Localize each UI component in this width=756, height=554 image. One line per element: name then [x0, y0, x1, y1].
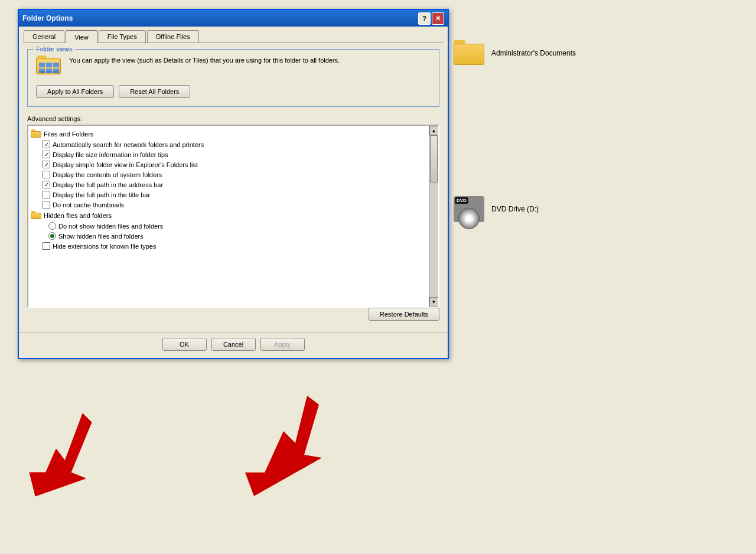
checkbox-simple-folder[interactable]: [43, 161, 50, 168]
list-category-files-folders: Files and Folders: [28, 128, 429, 139]
checkbox-title-bar-path[interactable]: [43, 191, 50, 198]
folder-views-section: Folder views You c: [27, 49, 439, 107]
checkbox-hide-extensions[interactable]: [43, 242, 50, 250]
checkbox-no-cache-thumbnails[interactable]: [43, 201, 50, 208]
reset-all-folders-button[interactable]: Reset All Folders: [119, 85, 190, 98]
folder-view-buttons: Apply to All Folders Reset All Folders: [36, 85, 431, 98]
restore-row: Restore Defaults: [27, 308, 439, 321]
dialog-title: Folder Options: [22, 14, 73, 22]
tab-general[interactable]: General: [24, 30, 64, 43]
checkbox-system-folders[interactable]: [43, 171, 50, 178]
icon-label: DVD Drive (D:): [491, 205, 539, 213]
list-item[interactable]: Hide extensions for known file types: [28, 241, 429, 251]
list-item[interactable]: Do not show hidden files and folders: [28, 221, 429, 231]
tab-view[interactable]: View: [66, 30, 97, 43]
list-item[interactable]: Do not cache thumbnails: [28, 200, 429, 210]
dialog-content: Folder views You c: [19, 43, 448, 333]
folder-icon-small: [36, 56, 61, 78]
list-item[interactable]: Display the full path in the title bar: [28, 190, 429, 200]
list-category-hidden-files: Hidden files and folders: [28, 210, 429, 221]
category-folder-icon: [31, 129, 41, 138]
title-bar-buttons: ? ✕: [418, 12, 444, 25]
advanced-settings-label: Advanced settings:: [27, 115, 439, 122]
settings-list-container: Files and Folders Automatically search f…: [27, 125, 439, 308]
icon-label: Administrator's Documents: [491, 49, 576, 57]
folder-options-dialog: Folder Options ? ✕ General View File Typ…: [18, 9, 449, 359]
tab-file-types[interactable]: File Types: [99, 30, 146, 43]
scroll-up-button[interactable]: ▲: [429, 126, 439, 135]
checkbox-network-search[interactable]: [43, 141, 50, 148]
title-bar: Folder Options ? ✕: [19, 10, 448, 27]
restore-defaults-button[interactable]: Restore Defaults: [369, 308, 439, 321]
checkbox-address-bar-path[interactable]: [43, 181, 50, 188]
folder-icon: [454, 40, 484, 66]
tab-offline-files[interactable]: Offline Files: [147, 30, 199, 43]
ok-button[interactable]: OK: [162, 338, 207, 351]
help-button[interactable]: ?: [418, 12, 431, 25]
cancel-button[interactable]: Cancel: [211, 338, 256, 351]
list-item[interactable]: DVD DVD Drive (D:): [449, 189, 756, 229]
list-item[interactable]: Administrator's Documents: [449, 35, 756, 71]
folder-views-description: You can apply the view (such as Details …: [69, 56, 340, 66]
scrollbar[interactable]: ▲ ▼: [429, 126, 438, 307]
section-label: Folder views: [34, 45, 75, 53]
desktop-icons: Administrator's Documents DVD DVD Drive …: [449, 35, 756, 554]
scroll-track[interactable]: [429, 135, 438, 297]
radio-show-hidden[interactable]: [48, 232, 56, 240]
apply-to-all-folders-button[interactable]: Apply to All Folders: [36, 85, 114, 98]
checkbox-file-size[interactable]: [43, 151, 50, 158]
list-item[interactable]: Automatically search for network folders…: [28, 139, 429, 149]
list-item[interactable]: Display the full path in the address bar: [28, 180, 429, 190]
close-button[interactable]: ✕: [432, 12, 444, 25]
category-folder-icon: [31, 211, 41, 220]
tabs-bar: General View File Types Offline Files: [19, 27, 448, 43]
list-item[interactable]: Display file size information in folder …: [28, 149, 429, 159]
scroll-thumb[interactable]: [430, 135, 438, 183]
list-item[interactable]: Display simple folder view in Explorer's…: [28, 159, 429, 170]
list-item[interactable]: Display the contents of system folders: [28, 170, 429, 180]
apply-button[interactable]: Apply: [260, 338, 305, 351]
dialog-bottom-buttons: OK Cancel Apply: [19, 333, 448, 358]
dvd-icon: DVD: [454, 194, 484, 224]
folder-views-inner: You can apply the view (such as Details …: [36, 56, 431, 78]
list-item[interactable]: Show hidden files and folders: [28, 231, 429, 241]
radio-do-not-show-hidden[interactable]: [48, 222, 56, 230]
scroll-down-button[interactable]: ▼: [429, 297, 439, 307]
settings-list[interactable]: Files and Folders Automatically search f…: [28, 126, 429, 307]
